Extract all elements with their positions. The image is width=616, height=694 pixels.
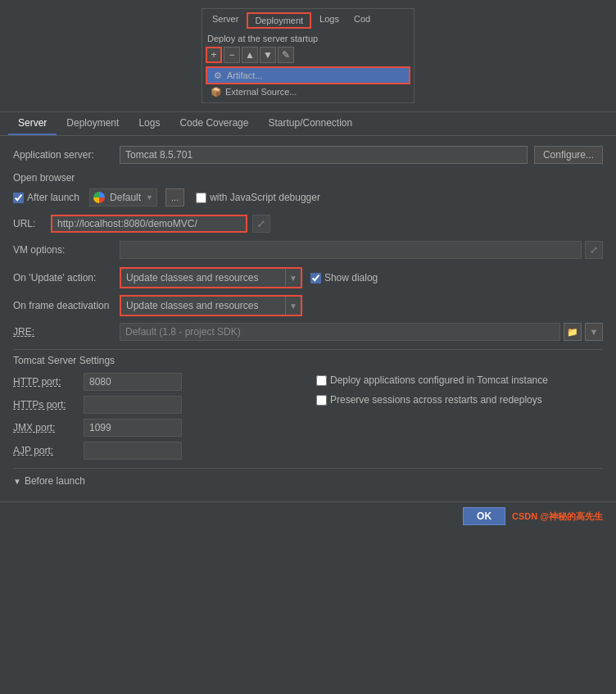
vm-options-input[interactable] <box>120 241 582 259</box>
browser-more-button[interactable]: ... <box>165 188 184 206</box>
tab-deployment[interactable]: Deployment <box>57 112 129 135</box>
deploy-configured-checkbox[interactable] <box>316 375 327 386</box>
tab-server[interactable]: Server <box>8 112 57 135</box>
watermark: CSDN @神秘的高先生 <box>512 510 603 523</box>
main-panel: Server Deployment Logs Code Coverage Sta… <box>0 111 616 530</box>
jre-input-wrapper: 📁 ▼ <box>120 323 603 341</box>
tab-logs[interactable]: Logs <box>129 112 170 135</box>
on-update-action-row: On 'Update' action: Update classes and r… <box>13 267 603 288</box>
preserve-sessions-text: Preserve sessions across restarts and re… <box>330 394 542 406</box>
jmx-port-input[interactable] <box>84 419 182 437</box>
external-source-item[interactable]: 📦 External Source... <box>206 84 410 99</box>
http-port-input[interactable] <box>84 373 182 391</box>
tab-server-label: Server <box>18 117 47 129</box>
down-icon: ▼ <box>263 49 273 61</box>
js-debugger-label[interactable]: with JavaScript debugger <box>196 192 320 203</box>
after-launch-checkbox[interactable] <box>13 193 24 203</box>
on-frame-dropdown-wrapper: Update classes and resources ▼ <box>120 295 302 316</box>
on-frame-deactivation-row: On frame deactivation Update classes and… <box>13 295 603 316</box>
popup-tabs: Server Deployment Logs Cod <box>206 12 410 29</box>
plus-icon: + <box>211 49 216 61</box>
preserve-sessions-checkbox[interactable] <box>316 395 327 406</box>
after-launch-checkbox-label[interactable]: After launch <box>13 192 79 203</box>
tomcat-settings: Tomcat Server Settings HTTP port: HTTPs … <box>13 355 603 460</box>
tomcat-title: Tomcat Server Settings <box>13 355 603 366</box>
jre-browse-button[interactable]: 📁 <box>564 323 582 341</box>
https-port-input[interactable] <box>84 396 182 414</box>
before-launch-section: ▼ Before launch <box>13 468 603 487</box>
tab-startup-connection[interactable]: Startup/Connection <box>258 112 362 135</box>
tab-code-coverage[interactable]: Code Coverage <box>170 112 258 135</box>
https-port-row: HTTPs port: <box>13 396 300 414</box>
app-server-dropdown[interactable]: Tomcat 8.5.701 <box>120 146 528 164</box>
browser-name: Default <box>110 192 141 203</box>
tab-deployment-label: Deployment <box>66 117 119 129</box>
on-frame-arrow: ▼ <box>285 297 301 315</box>
move-down-button[interactable]: ▼ <box>260 47 276 63</box>
main-tabs: Server Deployment Logs Code Coverage Sta… <box>0 112 616 136</box>
tomcat-grid: HTTP port: HTTPs port: JMX port: AJP por… <box>13 373 603 460</box>
js-debugger-text: with JavaScript debugger <box>210 192 320 203</box>
vm-options-label: VM options: <box>13 244 120 256</box>
app-server-label: Application server: <box>13 149 120 161</box>
browser-select-wrapper[interactable]: Default ▼ <box>89 188 157 206</box>
configure-button[interactable]: Configure... <box>534 146 603 164</box>
add-artifact-button[interactable]: + <box>206 47 222 63</box>
artifact-item[interactable]: ⚙ Artifact... <box>206 66 410 84</box>
tab-code-coverage-label: Code Coverage <box>179 117 248 129</box>
jmx-port-label: JMX port: <box>13 422 79 433</box>
url-expand-button[interactable]: ⤢ <box>252 215 270 233</box>
popup-tab-server[interactable]: Server <box>206 12 245 29</box>
popup-tab-cod[interactable]: Cod <box>347 12 377 29</box>
vm-expand-button[interactable]: ⤢ <box>585 241 603 259</box>
minus-icon: − <box>229 49 234 61</box>
app-server-row: Application server: Tomcat 8.5.701 Confi… <box>13 146 603 164</box>
external-source-label: External Source... <box>225 87 297 97</box>
open-browser-section: Open browser After launch Default ▼ ... … <box>13 172 603 206</box>
checkboxes-column: Deploy applications configured in Tomcat… <box>316 373 603 460</box>
browser-row: After launch Default ▼ ... with JavaScri… <box>13 188 603 206</box>
deploy-label: Deploy at the server startup <box>206 34 410 43</box>
url-row: URL: ⤢ <box>13 215 603 233</box>
before-launch-arrow[interactable]: ▼ <box>13 477 21 486</box>
ajp-port-label: AJP port: <box>13 445 79 456</box>
jre-dropdown-button[interactable]: ▼ <box>585 323 603 341</box>
on-update-label: On 'Update' action: <box>13 272 120 283</box>
ports-column: HTTP port: HTTPs port: JMX port: AJP por… <box>13 373 300 460</box>
show-dialog-label[interactable]: Show dialog <box>310 272 378 283</box>
on-update-arrow: ▼ <box>285 269 301 287</box>
vm-options-row: VM options: ⤢ <box>13 241 603 259</box>
on-update-dropdown[interactable]: Update classes and resources <box>121 269 285 287</box>
before-launch-label: Before launch <box>25 475 85 487</box>
open-browser-label: Open browser <box>13 172 603 184</box>
remove-button[interactable]: − <box>224 47 240 63</box>
bottom-bar: OK CSDN @神秘的高先生 <box>0 501 616 530</box>
ajp-port-row: AJP port: <box>13 442 300 460</box>
up-icon: ▲ <box>245 49 255 61</box>
http-port-row: HTTP port: <box>13 373 300 391</box>
jre-input[interactable] <box>120 323 560 341</box>
artifact-label: Artifact... <box>227 70 262 80</box>
separator-1 <box>13 349 603 350</box>
jre-row: JRE: 📁 ▼ <box>13 323 603 341</box>
jmx-port-row: JMX port: <box>13 419 300 437</box>
external-source-icon: 📦 <box>211 86 222 98</box>
edit-button[interactable]: ✎ <box>278 47 294 63</box>
app-server-dropdown-wrapper: Tomcat 8.5.701 <box>120 146 528 164</box>
after-launch-text: After launch <box>27 192 79 203</box>
popup-tab-deployment[interactable]: Deployment <box>247 12 311 29</box>
move-up-button[interactable]: ▲ <box>242 47 258 63</box>
js-debugger-checkbox[interactable] <box>196 193 206 203</box>
on-frame-dropdown[interactable]: Update classes and resources <box>121 297 285 315</box>
deploy-configured-text: Deploy applications configured in Tomcat… <box>330 374 548 386</box>
url-label: URL: <box>13 218 46 229</box>
preserve-sessions-label[interactable]: Preserve sessions across restarts and re… <box>316 394 603 406</box>
url-input[interactable] <box>51 215 247 233</box>
show-dialog-checkbox[interactable] <box>310 273 321 283</box>
ok-button[interactable]: OK <box>463 507 505 525</box>
tab-logs-label: Logs <box>138 117 160 129</box>
http-port-label: HTTP port: <box>13 376 79 388</box>
deploy-configured-label[interactable]: Deploy applications configured in Tomcat… <box>316 374 603 386</box>
ajp-port-input[interactable] <box>84 442 182 460</box>
popup-tab-logs[interactable]: Logs <box>313 12 346 29</box>
